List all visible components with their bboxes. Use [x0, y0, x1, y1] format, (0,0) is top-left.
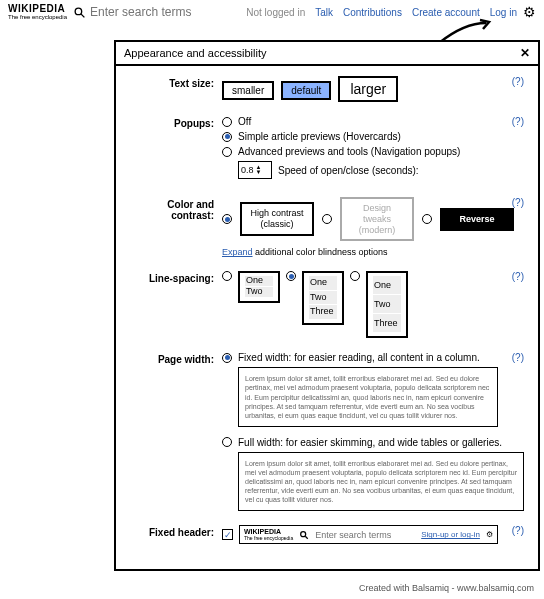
pw-fixed-preview: Lorem ipsum dolor sit amet, tollit error… — [238, 367, 498, 426]
help-icon[interactable]: (?) — [512, 352, 524, 363]
wikipedia-logo: WIKIPEDIA The free encyclopedia — [8, 4, 67, 20]
svg-line-1 — [81, 14, 84, 17]
appearance-panel: Appearance and accessibility ✕ Text size… — [114, 40, 540, 571]
text-size-smaller[interactable]: smaller — [222, 81, 274, 100]
close-icon[interactable]: ✕ — [520, 46, 530, 60]
svg-line-3 — [305, 536, 308, 539]
help-icon[interactable]: (?) — [512, 116, 524, 127]
page-width-row: Page width: Fixed width: for easier read… — [130, 352, 524, 511]
ls-med-box[interactable]: OneTwoThree — [302, 271, 344, 325]
not-logged-in: Not logged in — [246, 7, 305, 18]
page-width-label: Page width: — [130, 352, 222, 511]
popups-advanced-label: Advanced previews and tools (Navigation … — [238, 146, 460, 157]
logo-sub: The free encyclopedia — [8, 14, 67, 20]
popups-simple-radio[interactable] — [222, 132, 232, 142]
help-icon[interactable]: (?) — [512, 271, 524, 282]
pw-fixed-radio[interactable] — [222, 353, 232, 363]
fixed-header-preview: WIKIPEDIAThe free encyclopedia Sign-up o… — [239, 525, 498, 544]
help-icon[interactable]: (?) — [512, 197, 524, 208]
search-wrap — [73, 5, 240, 19]
search-icon — [299, 530, 309, 540]
popups-off-radio[interactable] — [222, 117, 232, 127]
search-icon — [73, 6, 86, 19]
line-spacing-row: Line-spacing: OneTwo OneTwoThree OneTwoT… — [130, 271, 524, 338]
popups-simple-label: Simple article previews (Hovercards) — [238, 131, 401, 142]
preview-search-input[interactable] — [315, 530, 415, 540]
speed-value: 0.8 — [241, 165, 254, 175]
stepper-arrows-icon[interactable]: ▲▼ — [256, 165, 262, 175]
create-account-link[interactable]: Create account — [412, 7, 480, 18]
fixed-header-label: Fixed header: — [130, 525, 222, 544]
panel-body: Text size: smaller default larger (?) Po… — [116, 66, 538, 568]
gear-icon[interactable]: ⚙ — [486, 530, 493, 539]
popups-advanced-radio[interactable] — [222, 147, 232, 157]
color-row: Color and contrast: High contrast(classi… — [130, 197, 524, 257]
panel-title-text: Appearance and accessibility — [124, 47, 266, 59]
ls-loose-box[interactable]: OneTwoThree — [366, 271, 408, 338]
footer-credit: Created with Balsamiq - www.balsamiq.com — [359, 583, 534, 593]
expand-rest: additional color blindness options — [253, 247, 388, 257]
preview-logo: WIKIPEDIAThe free encyclopedia — [244, 528, 293, 541]
ls-med-radio[interactable] — [286, 271, 296, 281]
color-classic-box[interactable]: High contrast(classic) — [240, 202, 314, 236]
text-size-default[interactable]: default — [281, 81, 331, 100]
svg-point-2 — [301, 531, 306, 536]
popups-off-label: Off — [238, 116, 251, 127]
color-reverse-radio[interactable] — [422, 214, 432, 224]
line-spacing-label: Line-spacing: — [130, 271, 222, 338]
color-classic-radio[interactable] — [222, 214, 232, 224]
expand-link[interactable]: Expand — [222, 247, 253, 257]
help-icon[interactable]: (?) — [512, 525, 524, 536]
talk-link[interactable]: Talk — [315, 7, 333, 18]
speed-label: Speed of open/close (seconds): — [278, 165, 419, 176]
contributions-link[interactable]: Contributions — [343, 7, 402, 18]
pw-full-label: Full width: for easier skimming, and wid… — [238, 437, 502, 448]
pw-fixed-label: Fixed width: for easier reading, all con… — [238, 352, 480, 363]
text-size-larger[interactable]: larger — [338, 76, 398, 102]
ls-loose-radio[interactable] — [350, 271, 360, 281]
help-icon[interactable]: (?) — [512, 76, 524, 87]
text-size-label: Text size: — [130, 76, 222, 102]
logo-main: WIKIPEDIA — [8, 4, 67, 14]
preview-signin-link[interactable]: Sign-up or log-in — [421, 530, 480, 539]
panel-titlebar: Appearance and accessibility ✕ — [116, 42, 538, 66]
color-modern-radio[interactable] — [322, 214, 332, 224]
svg-point-0 — [75, 8, 82, 15]
pw-full-radio[interactable] — [222, 437, 232, 447]
pw-full-preview: Lorem ipsum dolor sit amet, tollit error… — [238, 452, 524, 511]
search-input[interactable] — [90, 5, 230, 19]
gear-icon[interactable]: ⚙ — [523, 4, 536, 20]
log-in-link[interactable]: Log in — [490, 7, 517, 18]
color-label: Color and contrast: — [130, 197, 222, 257]
speed-stepper[interactable]: 0.8▲▼ — [238, 161, 272, 179]
fixed-header-row: Fixed header: ✓ WIKIPEDIAThe free encycl… — [130, 525, 524, 544]
color-modern-box[interactable]: Design tweaks(modern) — [340, 197, 414, 241]
fixed-header-checkbox[interactable]: ✓ — [222, 529, 233, 540]
top-links: Not logged in Talk Contributions Create … — [246, 7, 517, 18]
popups-label: Popups: — [130, 116, 222, 183]
ls-tight-box[interactable]: OneTwo — [238, 271, 280, 303]
ls-tight-radio[interactable] — [222, 271, 232, 281]
color-reverse-box[interactable]: Reverse — [440, 208, 514, 231]
popups-row: Popups: Off Simple article previews (Hov… — [130, 116, 524, 183]
text-size-row: Text size: smaller default larger (?) — [130, 76, 524, 102]
